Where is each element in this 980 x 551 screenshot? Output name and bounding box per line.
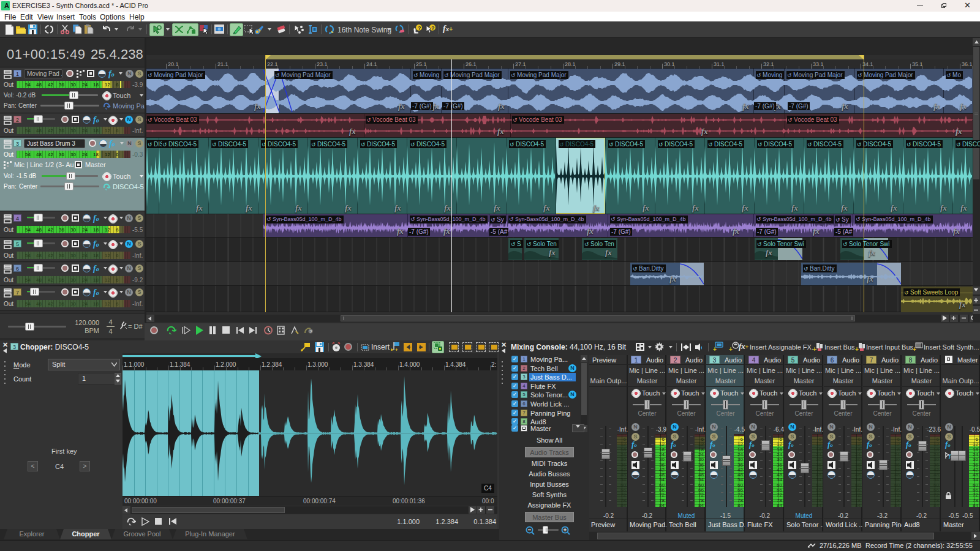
svg-text:?: ? [418, 25, 421, 31]
svg-text:+: + [395, 347, 398, 352]
svg-text:+: + [713, 346, 717, 352]
svg-text:?: ? [431, 25, 435, 31]
svg-text:+: + [813, 346, 816, 352]
svg-text:+: + [855, 346, 859, 352]
svg-text:+: + [729, 346, 733, 352]
svg-text:?: ? [309, 329, 312, 334]
svg-text:+: + [913, 346, 916, 352]
